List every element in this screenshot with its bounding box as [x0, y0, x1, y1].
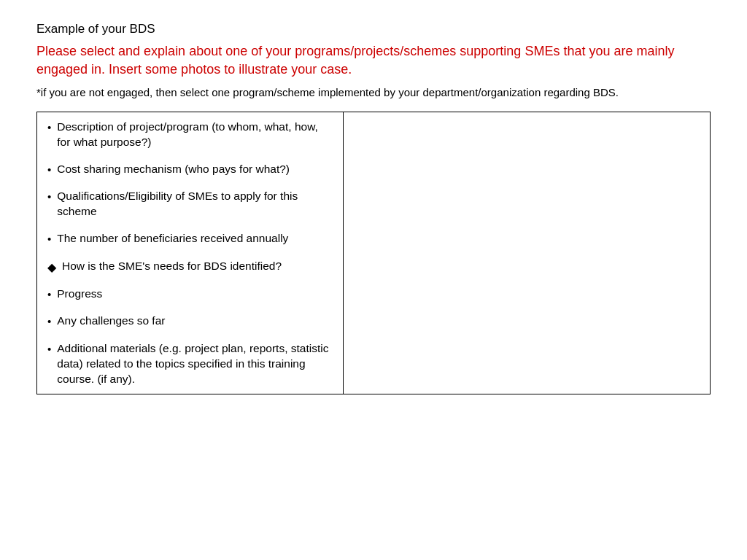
bullet-icon: • — [47, 287, 51, 302]
item-text: Additional materials (e.g. project plan,… — [57, 341, 333, 387]
content-table: •Description of project/program (to whom… — [36, 112, 711, 394]
list-item: •Description of project/program (to whom… — [47, 120, 333, 150]
item-text: Cost sharing mechanism (who pays for wha… — [57, 162, 333, 177]
item-text: Description of project/program (to whom,… — [57, 120, 333, 150]
list-item: •Any challenges so far — [47, 314, 333, 329]
item-text: Qualifications/Eligibility of SMEs to ap… — [57, 189, 333, 219]
diamond-bullet: ◆ — [47, 260, 56, 276]
instructions-red: Please select and explain about one of y… — [36, 42, 711, 79]
list-item: ◆How is the SME's needs for BDS identifi… — [47, 259, 333, 276]
bullet-icon: • — [47, 342, 51, 357]
item-text: The number of beneficiaries received ann… — [57, 231, 333, 246]
instructions-note: *if you are not engaged, then select one… — [36, 85, 711, 100]
bullet-icon: • — [47, 120, 51, 135]
right-column — [344, 112, 711, 394]
item-text: Any challenges so far — [57, 314, 333, 329]
list-item: •Additional materials (e.g. project plan… — [47, 341, 333, 387]
list-item: •Qualifications/Eligibility of SMEs to a… — [47, 189, 333, 219]
bullet-icon: • — [47, 163, 51, 177]
page-title: Example of your BDS — [36, 22, 711, 36]
item-text: Progress — [57, 287, 333, 302]
list-item: •The number of beneficiaries received an… — [47, 231, 333, 246]
left-column: •Description of project/program (to whom… — [37, 112, 344, 394]
bullet-list: •Description of project/program (to whom… — [47, 120, 333, 386]
bullet-icon: • — [47, 190, 51, 204]
list-item: •Progress — [47, 287, 333, 302]
item-text: How is the SME's needs for BDS identifie… — [62, 259, 333, 274]
bullet-icon: • — [47, 314, 51, 329]
list-item: •Cost sharing mechanism (who pays for wh… — [47, 162, 333, 177]
bullet-icon: • — [47, 232, 51, 246]
